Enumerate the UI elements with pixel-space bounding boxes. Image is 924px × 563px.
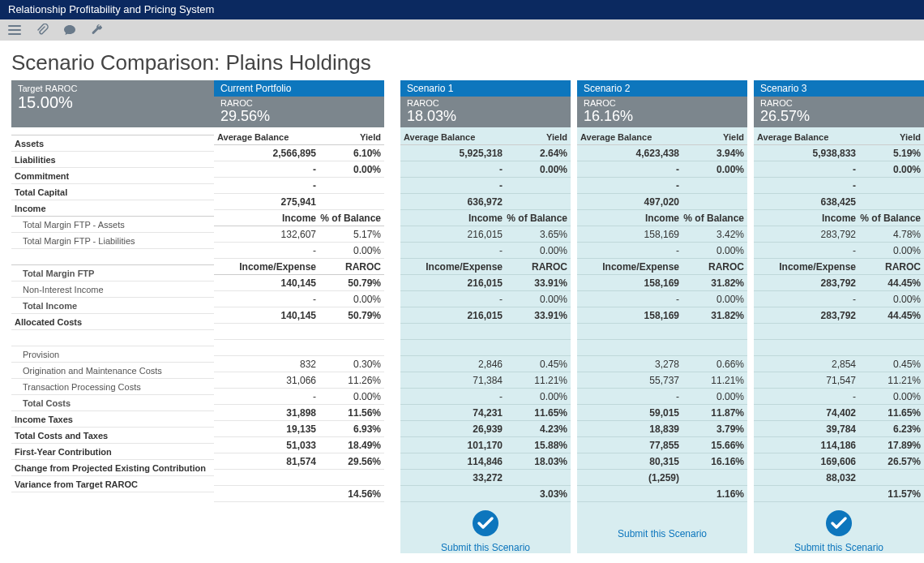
data-cell: 59,01511.87%: [577, 405, 747, 421]
data-cell: 71,54711.21%: [754, 372, 924, 389]
row-label: Origination and Maintenance Costs: [11, 363, 214, 379]
data-cell: 3.03%: [400, 486, 571, 502]
menu-icon[interactable]: [8, 24, 21, 37]
data-cell: 4,623,4383.94%: [577, 145, 747, 161]
data-cell: [400, 324, 571, 340]
row-label: Liabilities: [11, 152, 214, 168]
data-cell: 33,272: [400, 470, 571, 486]
data-cell: 18,8393.79%: [577, 421, 747, 437]
data-cell: -0.00%: [400, 161, 571, 178]
data-cell: 5,938,8335.19%: [754, 145, 924, 161]
data-cell: 2,566,8956.10%: [214, 145, 384, 161]
data-cell: -0.00%: [577, 243, 747, 259]
raroc-header: RAROC29.56%: [214, 97, 384, 127]
submit-link[interactable]: Submit this Scenario: [577, 509, 747, 539]
data-cell: -0.00%: [754, 243, 924, 259]
row-label: Total Income: [11, 298, 214, 314]
data-cell: [754, 324, 924, 340]
submit-link[interactable]: Submit this Scenario: [400, 542, 571, 553]
app-title: Relationship Profitability and Pricing S…: [0, 0, 924, 19]
row-label: Total Costs and Taxes: [11, 428, 214, 444]
column-header: Average BalanceYield: [400, 127, 571, 145]
column-subheader: Income% of Balance: [577, 210, 747, 226]
data-cell: 158,1693.42%: [577, 226, 747, 243]
data-cell: 114,84618.03%: [400, 453, 571, 470]
data-cell: 2,8460.45%: [400, 356, 571, 372]
data-cell: -: [577, 178, 747, 194]
comment-icon[interactable]: [63, 24, 76, 37]
row-label: Income: [11, 200, 214, 217]
data-cell: -0.00%: [214, 291, 384, 307]
data-cell: 216,0153.65%: [400, 226, 571, 243]
column-header: Average BalanceYield: [214, 127, 384, 145]
data-cell: -0.00%: [754, 161, 924, 178]
raroc-header: RAROC18.03%: [400, 97, 571, 127]
scenario-title: Current Portfolio: [214, 80, 384, 97]
submit-check-icon[interactable]: [824, 509, 853, 540]
data-cell: 74,23111.65%: [400, 405, 571, 421]
row-label: Non-Interest Income: [11, 282, 214, 298]
row-label: [11, 249, 214, 265]
data-cell: 39,7846.23%: [754, 421, 924, 437]
data-cell: -0.00%: [577, 291, 747, 307]
data-cell: 51,03318.49%: [214, 437, 384, 453]
data-cell: -0.00%: [577, 161, 747, 178]
data-cell: -0.00%: [754, 291, 924, 307]
data-cell: 114,18617.89%: [754, 437, 924, 453]
data-cell: 216,01533.91%: [400, 307, 571, 324]
column-header: Average BalanceYield: [754, 127, 924, 145]
data-cell: 5,925,3182.64%: [400, 145, 571, 161]
raroc-header: RAROC16.16%: [577, 97, 747, 127]
column-subheader: Income/ExpenseRAROC: [400, 259, 571, 275]
toolbar: [0, 19, 924, 41]
data-cell: 81,57429.56%: [214, 453, 384, 470]
data-cell: 80,31516.16%: [577, 453, 747, 470]
row-label: Transaction Processing Costs: [11, 379, 214, 395]
data-cell: 275,941: [214, 194, 384, 210]
data-cell: 19,1356.93%: [214, 421, 384, 437]
data-cell: 283,79244.45%: [754, 275, 924, 291]
data-cell: 3,2780.66%: [577, 356, 747, 372]
data-cell: 283,7924.78%: [754, 226, 924, 243]
raroc-header: RAROC26.57%: [754, 97, 924, 127]
column-subheader: Income% of Balance: [214, 210, 384, 226]
data-cell: -0.00%: [214, 243, 384, 259]
scenario-title: Scenario 3: [754, 80, 924, 97]
data-cell: -0.00%: [214, 389, 384, 405]
data-cell: 77,85515.66%: [577, 437, 747, 453]
data-cell: -0.00%: [577, 389, 747, 405]
data-cell: -: [754, 178, 924, 194]
data-cell: [214, 324, 384, 340]
scenario-title: Scenario 1: [400, 80, 571, 97]
row-label: Assets: [11, 135, 214, 152]
data-cell: 74,40211.65%: [754, 405, 924, 421]
submit-check-icon[interactable]: [471, 509, 500, 540]
data-cell: 638,425: [754, 194, 924, 210]
data-cell: -0.00%: [400, 389, 571, 405]
data-cell: 14.56%: [214, 486, 384, 502]
data-cell: -: [214, 178, 384, 194]
submit-link[interactable]: Submit this Scenario: [754, 542, 924, 553]
data-cell: 101,17015.88%: [400, 437, 571, 453]
data-cell: [577, 324, 747, 340]
data-cell: 71,38411.21%: [400, 372, 571, 389]
wrench-icon[interactable]: [91, 24, 104, 37]
column-subheader: Income% of Balance: [400, 210, 571, 226]
data-cell: 132,6075.17%: [214, 226, 384, 243]
paperclip-icon[interactable]: [36, 24, 49, 37]
target-value: 15.00%: [18, 93, 207, 112]
data-cell: 8320.30%: [214, 356, 384, 372]
row-label: First-Year Contribution: [11, 444, 214, 460]
data-cell: -0.00%: [214, 161, 384, 178]
column-subheader: Income% of Balance: [754, 210, 924, 226]
row-label: Provision: [11, 346, 214, 363]
data-cell: 140,14550.79%: [214, 307, 384, 324]
row-label: Total Capital: [11, 184, 214, 200]
row-label: Total Margin FTP - Assets: [11, 217, 214, 233]
data-cell: 11.57%: [754, 486, 924, 502]
data-cell: 140,14550.79%: [214, 275, 384, 291]
target-label: Target RAROC: [18, 84, 207, 93]
row-label: Commitment: [11, 168, 214, 184]
data-cell: 158,16931.82%: [577, 307, 747, 324]
column-subheader: Income/ExpenseRAROC: [754, 259, 924, 275]
